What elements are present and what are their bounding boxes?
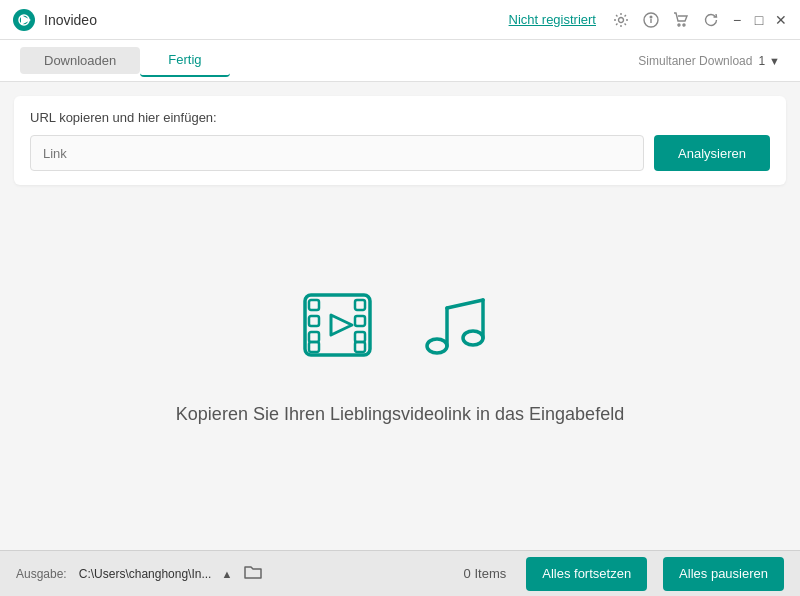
- simultaneous-value: 1: [758, 54, 765, 68]
- svg-rect-15: [355, 316, 365, 326]
- register-link[interactable]: Nicht registriert: [509, 12, 596, 27]
- svg-rect-10: [309, 300, 319, 310]
- folder-icon[interactable]: [244, 564, 262, 584]
- maximize-button[interactable]: □: [752, 13, 766, 27]
- pause-all-button[interactable]: Alles pausieren: [663, 557, 784, 591]
- app-title: Inovideo: [44, 12, 97, 28]
- svg-rect-16: [355, 332, 365, 342]
- url-section: URL kopieren und hier einfügen: Analysie…: [14, 96, 786, 185]
- main-content: URL kopieren und hier einfügen: Analysie…: [0, 82, 800, 550]
- svg-point-3: [619, 17, 624, 22]
- minimize-button[interactable]: −: [730, 13, 744, 27]
- output-label: Ausgabe:: [16, 567, 67, 581]
- svg-rect-11: [309, 316, 319, 326]
- empty-state-text: Kopieren Sie Ihren Lieblingsvideolink in…: [176, 404, 624, 425]
- settings-icon[interactable]: [612, 11, 630, 29]
- svg-rect-17: [355, 342, 365, 352]
- svg-marker-18: [331, 315, 352, 335]
- empty-state: Kopieren Sie Ihren Lieblingsvideolink in…: [0, 185, 800, 550]
- tab-bar: Downloaden Fertig Simultaner Download 1 …: [0, 40, 800, 82]
- svg-point-21: [463, 331, 483, 345]
- svg-point-19: [427, 339, 447, 353]
- svg-point-8: [683, 24, 685, 26]
- window-controls: − □ ✕: [730, 13, 788, 27]
- app-logo: [12, 8, 36, 32]
- title-bar: Inovideo Nicht registriert: [0, 0, 800, 40]
- path-up-icon: ▲: [221, 568, 232, 580]
- svg-rect-13: [309, 342, 319, 352]
- svg-line-23: [447, 300, 483, 308]
- url-input[interactable]: [30, 135, 644, 171]
- svg-rect-12: [309, 332, 319, 342]
- status-bar: Ausgabe: C:\Users\changhong\In... ▲ 0 It…: [0, 550, 800, 596]
- continue-all-button[interactable]: Alles fortsetzen: [526, 557, 647, 591]
- film-icon: [295, 280, 395, 374]
- simultaneous-label: Simultaner Download: [638, 54, 752, 68]
- empty-icons: [295, 280, 505, 374]
- toolbar-icons: [612, 11, 720, 29]
- url-label: URL kopieren und hier einfügen:: [30, 110, 770, 125]
- output-path: C:\Users\changhong\In...: [79, 567, 212, 581]
- simultaneous-dropdown[interactable]: ▼: [769, 55, 780, 67]
- refresh-icon[interactable]: [702, 11, 720, 29]
- url-input-row: Analysieren: [30, 135, 770, 171]
- tab-fertig[interactable]: Fertig: [140, 44, 229, 77]
- svg-point-6: [650, 16, 652, 18]
- svg-rect-14: [355, 300, 365, 310]
- items-count: 0 Items: [464, 566, 507, 581]
- svg-point-7: [678, 24, 680, 26]
- close-button[interactable]: ✕: [774, 13, 788, 27]
- tab-downloaden[interactable]: Downloaden: [20, 47, 140, 74]
- music-icon: [415, 280, 505, 374]
- cart-icon[interactable]: [672, 11, 690, 29]
- analyze-button[interactable]: Analysieren: [654, 135, 770, 171]
- info-icon[interactable]: [642, 11, 660, 29]
